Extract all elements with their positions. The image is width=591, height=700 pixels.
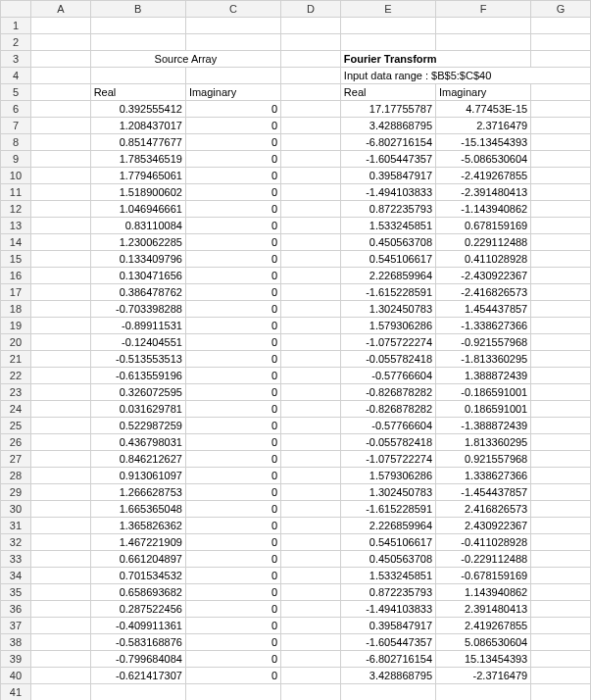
src-real-cell[interactable]: 1.266628753 bbox=[90, 484, 185, 501]
cell[interactable] bbox=[531, 334, 591, 351]
row-header[interactable]: 20 bbox=[1, 334, 31, 351]
ft-real-cell[interactable]: 1.533245851 bbox=[340, 218, 435, 234]
cell[interactable] bbox=[185, 68, 280, 84]
src-imag-cell[interactable]: 0 bbox=[185, 634, 280, 651]
cell[interactable] bbox=[531, 534, 591, 551]
cell[interactable] bbox=[90, 68, 185, 84]
row-header[interactable]: 33 bbox=[1, 551, 31, 568]
src-imag-cell[interactable]: 0 bbox=[185, 451, 280, 468]
src-imag-cell[interactable]: 0 bbox=[185, 118, 280, 134]
ft-imag-cell[interactable]: 0.921557968 bbox=[436, 451, 531, 468]
row-header[interactable]: 10 bbox=[1, 168, 31, 184]
src-imag-cell[interactable]: 0 bbox=[185, 384, 280, 401]
cell[interactable] bbox=[531, 668, 591, 684]
cell[interactable] bbox=[531, 468, 591, 484]
src-real-cell[interactable]: 1.518900602 bbox=[90, 184, 185, 201]
ft-real-cell[interactable]: -1.494103833 bbox=[340, 601, 435, 618]
ft-imag-cell[interactable]: -1.388872439 bbox=[436, 418, 531, 434]
ft-real-cell[interactable]: 3.428868795 bbox=[340, 668, 435, 684]
cell[interactable] bbox=[531, 184, 591, 201]
row-header[interactable]: 18 bbox=[1, 301, 31, 318]
cell[interactable] bbox=[531, 268, 591, 284]
ft-imag-cell[interactable]: -2.430922367 bbox=[436, 268, 531, 284]
ft-real-cell[interactable]: -0.826878282 bbox=[340, 384, 435, 401]
cell[interactable] bbox=[281, 268, 341, 284]
cell[interactable] bbox=[531, 251, 591, 268]
src-real-cell[interactable]: 0.851477677 bbox=[90, 134, 185, 151]
row-header[interactable]: 21 bbox=[1, 351, 31, 368]
ft-real-cell[interactable]: -6.802716154 bbox=[340, 134, 435, 151]
row-header[interactable]: 13 bbox=[1, 218, 31, 234]
src-imag-cell[interactable]: 0 bbox=[185, 334, 280, 351]
src-real-cell[interactable]: 1.230062285 bbox=[90, 234, 185, 251]
cell[interactable] bbox=[281, 351, 341, 368]
row-header[interactable]: 39 bbox=[1, 651, 31, 668]
cell[interactable] bbox=[531, 434, 591, 451]
cell[interactable] bbox=[340, 684, 435, 701]
ft-imag-cell[interactable]: -1.143940862 bbox=[436, 201, 531, 218]
cell[interactable] bbox=[436, 18, 531, 34]
cell[interactable] bbox=[531, 684, 591, 701]
src-real-cell[interactable]: 0.436798031 bbox=[90, 434, 185, 451]
src-imag-cell[interactable]: 0 bbox=[185, 151, 280, 168]
cell[interactable] bbox=[281, 434, 341, 451]
src-real-cell[interactable]: 0.913061097 bbox=[90, 468, 185, 484]
row-header[interactable]: 1 bbox=[1, 18, 31, 34]
ft-imag-cell[interactable]: -5.086530604 bbox=[436, 151, 531, 168]
ft-real-cell[interactable]: -0.826878282 bbox=[340, 401, 435, 418]
cell[interactable] bbox=[30, 518, 90, 534]
ft-imag-cell[interactable]: 5.086530604 bbox=[436, 634, 531, 651]
cell[interactable] bbox=[531, 151, 591, 168]
ft-imag-cell[interactable]: -0.186591001 bbox=[436, 384, 531, 401]
src-real-cell[interactable]: 1.046946661 bbox=[90, 201, 185, 218]
src-imag-cell[interactable]: 0 bbox=[185, 201, 280, 218]
src-real-cell[interactable]: 1.785346519 bbox=[90, 151, 185, 168]
cell[interactable] bbox=[531, 318, 591, 334]
cell[interactable] bbox=[281, 234, 341, 251]
cell[interactable] bbox=[531, 418, 591, 434]
cell[interactable] bbox=[30, 484, 90, 501]
cell[interactable] bbox=[281, 534, 341, 551]
ft-real-cell[interactable]: 2.226859964 bbox=[340, 268, 435, 284]
cell[interactable] bbox=[30, 251, 90, 268]
row-header[interactable]: 26 bbox=[1, 434, 31, 451]
cell[interactable] bbox=[281, 18, 341, 34]
ft-real-cell[interactable]: -1.605447357 bbox=[340, 151, 435, 168]
cell[interactable] bbox=[531, 284, 591, 301]
cell[interactable] bbox=[281, 568, 341, 584]
ft-real-cell[interactable]: 0.450563708 bbox=[340, 234, 435, 251]
src-imag-cell[interactable]: 0 bbox=[185, 551, 280, 568]
src-imag-cell[interactable]: 0 bbox=[185, 668, 280, 684]
cell[interactable] bbox=[30, 84, 90, 101]
cell[interactable] bbox=[30, 634, 90, 651]
cell[interactable] bbox=[281, 68, 341, 84]
cell[interactable] bbox=[531, 501, 591, 518]
cell[interactable] bbox=[531, 384, 591, 401]
cell[interactable] bbox=[281, 518, 341, 534]
real-header[interactable]: Real bbox=[340, 84, 435, 101]
src-real-cell[interactable]: 0.326072595 bbox=[90, 384, 185, 401]
cell[interactable] bbox=[531, 84, 591, 101]
cell[interactable] bbox=[340, 34, 435, 51]
col-header-A[interactable]: A bbox=[30, 1, 90, 18]
cell[interactable] bbox=[281, 251, 341, 268]
ft-imag-cell[interactable]: 1.454437857 bbox=[436, 301, 531, 318]
src-real-cell[interactable]: -0.799684084 bbox=[90, 651, 185, 668]
row-header[interactable]: 38 bbox=[1, 634, 31, 651]
ft-imag-cell[interactable]: 1.813360295 bbox=[436, 434, 531, 451]
cell[interactable] bbox=[531, 484, 591, 501]
cell[interactable] bbox=[90, 684, 185, 701]
cell[interactable] bbox=[531, 401, 591, 418]
cell[interactable] bbox=[531, 234, 591, 251]
col-header-B[interactable]: B bbox=[90, 1, 185, 18]
cell[interactable] bbox=[30, 568, 90, 584]
row-header[interactable]: 12 bbox=[1, 201, 31, 218]
ft-imag-cell[interactable]: 15.13454393 bbox=[436, 651, 531, 668]
cell[interactable] bbox=[90, 34, 185, 51]
src-real-cell[interactable]: 0.287522456 bbox=[90, 601, 185, 618]
src-real-cell[interactable]: -0.89911531 bbox=[90, 318, 185, 334]
cell[interactable] bbox=[30, 268, 90, 284]
cell[interactable] bbox=[531, 601, 591, 618]
row-header[interactable]: 15 bbox=[1, 251, 31, 268]
cell[interactable] bbox=[281, 34, 341, 51]
